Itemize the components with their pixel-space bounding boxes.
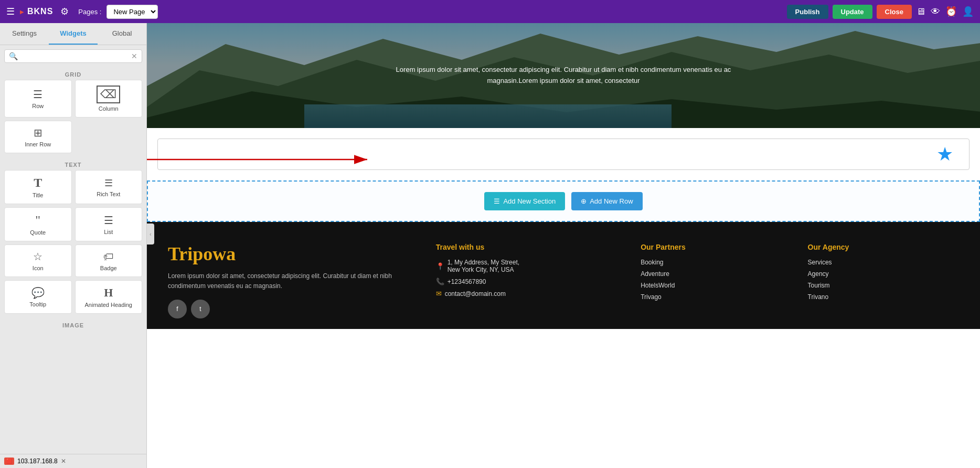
footer-partner-adventure[interactable]: Adventure [641, 270, 792, 278]
badge-icon: 🏷 [103, 251, 114, 263]
widget-tooltip[interactable]: 💬 Tooltip [4, 280, 72, 314]
image-section-label: IMAGE [0, 318, 146, 331]
inner-row-icon: ⊞ [34, 126, 42, 139]
list-icon: ☰ [104, 214, 113, 227]
row-icon: ☰ [33, 88, 42, 101]
add-section-label: Add New Section [503, 197, 556, 205]
widget-quote-label: Quote [30, 229, 46, 236]
widget-quote[interactable]: " Quote [4, 207, 72, 241]
text-widgets: T Title ☰ Rich Text " Quote ☰ List ☆ Ico… [0, 170, 146, 318]
menu-icon[interactable]: ☰ [6, 6, 15, 17]
user-icon[interactable]: 👤 [962, 6, 974, 17]
footer-description: Lorem ipsum dolor sit amet, consectetur … [168, 271, 420, 291]
widget-row-label: Row [32, 103, 44, 109]
footer-brand-name: Tripowa [168, 243, 420, 265]
add-new-section-button[interactable]: ☰ Add New Section [484, 192, 565, 210]
footer-agency-trivano-text: Trivano [808, 293, 829, 301]
tab-global[interactable]: Global [98, 23, 146, 45]
widget-rich-text[interactable]: ☰ Rich Text [75, 170, 143, 204]
close-button[interactable]: Close [877, 5, 912, 19]
social-icon-2-glyph: t [199, 305, 201, 313]
social-icon-1-glyph: f [176, 305, 178, 313]
search-icon: 🔍 [9, 52, 18, 60]
add-new-row-button[interactable]: ⊕ Add New Row [571, 192, 642, 210]
widget-list[interactable]: ☰ List [75, 207, 143, 241]
footer-email[interactable]: ✉ contact@domain.com [436, 290, 625, 297]
top-bar-right: Publish Update Close 🖥 👁 ⏰ 👤 [787, 5, 974, 19]
ip-flag: 🟥 [4, 458, 14, 465]
widget-icon-label: Icon [33, 265, 44, 271]
search-clear-icon[interactable]: ✕ [131, 52, 137, 60]
footer-agency-tourism[interactable]: Tourism [808, 282, 959, 289]
main-layout: Settings Widgets Global 🔍 ✕ GRID ☰ Row ⌫… [0, 23, 980, 468]
title-icon: T [34, 176, 42, 190]
email-icon: ✉ [436, 290, 442, 297]
footer-partner-hotels[interactable]: HotelsWorld [641, 282, 792, 289]
add-section-area: ☰ Add New Section ⊕ Add New Row [147, 180, 980, 222]
add-row-label: Add New Row [590, 197, 633, 205]
canvas: Lorem ipsum dolor sit amet, consectetur … [147, 23, 980, 468]
widget-list-label: List [104, 229, 113, 235]
widget-animated-heading[interactable]: H Animated Heading [75, 280, 143, 314]
search-bar: 🔍 ✕ [4, 49, 142, 63]
ip-close-icon[interactable]: ✕ [61, 458, 66, 465]
rich-text-icon: ☰ [104, 177, 113, 189]
footer-agency-agency[interactable]: Agency [808, 270, 959, 278]
ip-bar: 🟥 103.187.168.8 ✕ [0, 454, 146, 468]
footer-partner-booking-text: Booking [641, 259, 663, 266]
footer-phone[interactable]: 📞 +1234567890 [436, 278, 625, 285]
update-button[interactable]: Update [833, 5, 872, 19]
social-icon-1[interactable]: f [168, 300, 187, 318]
widget-title[interactable]: T Title [4, 170, 72, 204]
widget-badge[interactable]: 🏷 Badge [75, 244, 143, 277]
footer-agency-col: Our Agency Services Agency Tourism Triva… [808, 243, 959, 318]
footer-travel-col: Travel with us 📍 1, My Address, My Stree… [436, 243, 625, 318]
logo: ▶ BKNS [20, 7, 53, 16]
search-input[interactable] [20, 52, 131, 60]
star-section: ★ [147, 128, 980, 180]
footer-partner-hotels-text: HotelsWorld [641, 282, 675, 289]
ip-address: 103.187.168.8 [17, 458, 58, 465]
star-icon: ★ [936, 143, 953, 165]
grid-widgets: ☰ Row ⌫ Column ⊞ Inner Row [0, 80, 146, 157]
sidebar-collapse-handle[interactable]: ‹ [147, 224, 154, 244]
footer-travel-title: Travel with us [436, 243, 625, 251]
history-icon[interactable]: ⏰ [945, 6, 957, 17]
tab-settings[interactable]: Settings [0, 23, 49, 45]
phone-icon: 📞 [436, 278, 444, 285]
footer-partner-trivago[interactable]: Trivago [641, 293, 792, 301]
gear-icon[interactable]: ⚙ [60, 6, 69, 17]
footer-section: Tripowa Lorem ipsum dolor sit amet, cons… [147, 222, 980, 329]
widget-tooltip-label: Tooltip [29, 301, 46, 307]
widget-icon[interactable]: ☆ Icon [4, 244, 72, 277]
widget-animated-heading-label: Animated Heading [84, 302, 132, 308]
footer-agency-title: Our Agency [808, 243, 959, 251]
tab-widgets[interactable]: Widgets [49, 23, 98, 45]
footer-phone-text: +1234567890 [448, 278, 486, 285]
tooltip-icon: 💬 [31, 286, 45, 299]
add-row-icon: ⊕ [581, 197, 587, 205]
widget-row[interactable]: ☰ Row [4, 80, 72, 118]
widget-title-label: Title [33, 192, 43, 198]
footer-partner-booking[interactable]: Booking [641, 259, 792, 266]
preview-icon[interactable]: 👁 [931, 6, 940, 17]
desktop-icon[interactable]: 🖥 [916, 6, 925, 17]
footer-partner-adventure-text: Adventure [641, 270, 669, 278]
add-section-icon: ☰ [494, 197, 500, 205]
social-icon-2[interactable]: t [191, 300, 210, 318]
footer-agency-trivano[interactable]: Trivano [808, 293, 959, 301]
footer-agency-services[interactable]: Services [808, 259, 959, 266]
pages-select[interactable]: New Page Home About [106, 5, 158, 19]
column-icon: ⌫ [97, 86, 120, 103]
footer-partner-trivago-text: Trivago [641, 293, 662, 301]
widget-column[interactable]: ⌫ Column [75, 80, 143, 118]
sidebar-tabs: Settings Widgets Global [0, 23, 146, 45]
publish-button[interactable]: Publish [787, 5, 828, 19]
footer-agency-tourism-text: Tourism [808, 282, 830, 289]
animated-heading-icon: H [104, 286, 113, 300]
widget-inner-row[interactable]: ⊞ Inner Row [4, 121, 72, 153]
footer-agency-agency-text: Agency [808, 270, 829, 278]
footer-partners-col: Our Partners Booking Adventure HotelsWor… [641, 243, 792, 318]
widget-inner-row-label: Inner Row [25, 141, 51, 147]
text-section-label: TEXT [0, 157, 146, 170]
